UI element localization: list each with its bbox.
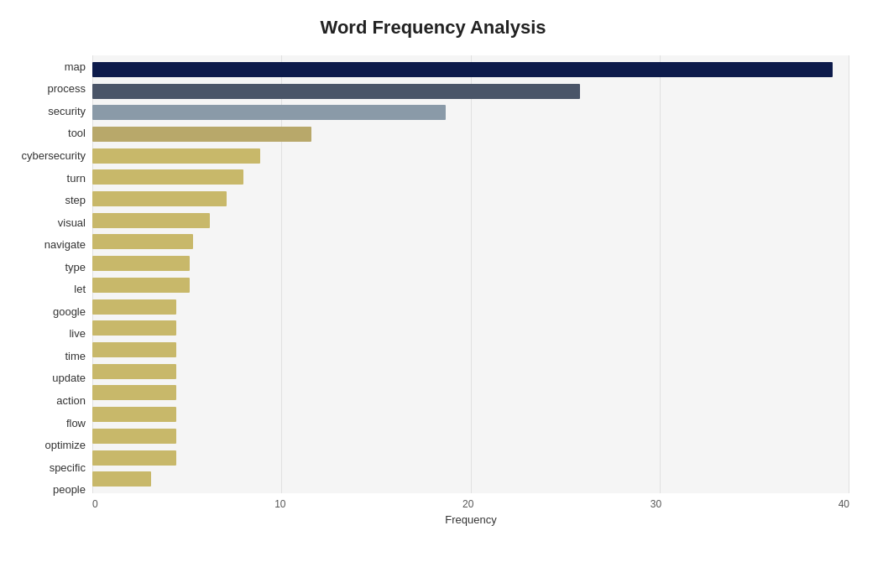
y-label: people	[53, 484, 86, 495]
bar	[92, 256, 190, 271]
bar-row	[92, 232, 849, 253]
y-label: specific	[50, 462, 86, 473]
bar-row	[92, 403, 849, 425]
y-label: process	[47, 83, 86, 94]
bar-row	[92, 339, 849, 361]
x-tick: 20	[462, 498, 473, 510]
x-axis-label: Frequency	[92, 513, 849, 526]
bar	[92, 471, 151, 487]
y-label: action	[56, 395, 86, 406]
x-tick: 30	[650, 498, 661, 510]
bar	[92, 127, 311, 142]
bar-row	[92, 317, 849, 339]
bar-row	[92, 382, 849, 404]
plot-area: 010203040 Frequency	[92, 55, 849, 526]
bar	[92, 191, 227, 206]
bar	[92, 364, 176, 379]
bar-row	[92, 425, 849, 447]
y-label: visual	[58, 217, 86, 228]
bar-row	[92, 101, 849, 123]
bar	[92, 62, 833, 77]
bars-wrapper	[92, 55, 849, 493]
bar-row	[92, 167, 849, 189]
bars-section	[92, 55, 849, 493]
bar-row	[92, 361, 849, 382]
bar	[92, 407, 176, 422]
x-tick: 0	[92, 498, 98, 510]
bar-row	[92, 59, 849, 81]
y-label: time	[65, 351, 86, 362]
bar	[92, 169, 243, 185]
y-axis-labels: mapprocesssecuritytoolcybersecurityturns…	[17, 55, 92, 526]
y-label: security	[48, 106, 86, 117]
chart-container: Word Frequency Analysis mapprocesssecuri…	[0, 0, 883, 588]
bar-row	[92, 468, 849, 490]
y-label: step	[65, 195, 86, 206]
chart-title: Word Frequency Analysis	[17, 17, 849, 39]
x-tick: 40	[839, 498, 849, 510]
bar	[92, 278, 190, 293]
bar	[92, 385, 176, 400]
bar	[92, 84, 580, 99]
bar-row	[92, 447, 849, 469]
bar	[92, 299, 176, 315]
bar-row	[92, 274, 849, 296]
y-label: live	[69, 328, 86, 339]
y-label: optimize	[45, 440, 86, 450]
y-label: tool	[68, 127, 86, 138]
y-label: update	[52, 372, 86, 383]
bar-row	[92, 210, 849, 232]
chart-area: mapprocesssecuritytoolcybersecurityturns…	[17, 55, 849, 526]
y-label: google	[53, 306, 86, 317]
bar	[92, 320, 176, 336]
x-axis: 010203040	[92, 493, 849, 510]
y-label: type	[65, 262, 86, 273]
bar	[92, 429, 176, 444]
y-label: let	[74, 284, 86, 294]
x-tick: 10	[274, 498, 285, 510]
y-label: navigate	[44, 239, 86, 250]
bar	[92, 450, 176, 466]
y-label: map	[65, 61, 86, 72]
bar	[92, 342, 176, 357]
bar-row	[92, 296, 849, 318]
bar-row	[92, 252, 849, 274]
bar-row	[92, 81, 849, 102]
y-label: flow	[66, 418, 86, 429]
bar-row	[92, 145, 849, 167]
bar-row	[92, 188, 849, 210]
bar	[92, 213, 210, 228]
bar-row	[92, 123, 849, 145]
y-label: turn	[67, 173, 86, 184]
bar	[92, 234, 193, 249]
y-label: cybersecurity	[21, 150, 86, 161]
bar	[92, 105, 446, 120]
bar	[92, 148, 260, 164]
